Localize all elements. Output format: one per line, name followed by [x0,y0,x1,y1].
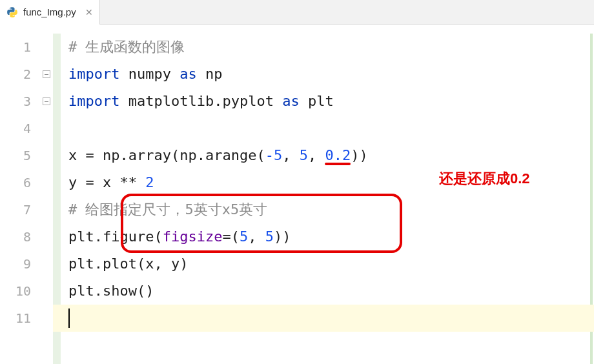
line-number: 2 [0,61,40,88]
line-number: 1 [0,34,40,61]
fold-gutter [40,25,53,364]
line-number: 7 [0,196,40,223]
code-line: y = x ** 2 [53,169,594,196]
line-number: 6 [0,169,40,196]
code-line: plt.figure(figsize=(5, 5)) [53,223,594,250]
file-tab[interactable]: func_Img.py ✕ [0,0,100,24]
highlighted-value: 0.2 [325,147,351,163]
code-line: x = np.array(np.arange(-5, 5, 0.2)) [53,142,594,169]
line-number: 4 [0,115,40,142]
text-caret [68,308,70,328]
code-area[interactable]: # 生成函数的图像 import numpy as np import matp… [53,25,594,364]
code-line [53,115,594,142]
line-number: 3 [0,88,40,115]
close-icon[interactable]: ✕ [85,7,93,17]
code-line: # 给图指定尺寸，5英寸x5英寸 [53,196,594,223]
file-tab-label: func_Img.py [23,6,76,17]
line-number: 8 [0,223,40,250]
line-number-gutter: 1 2 3 4 5 6 7 8 9 10 11 [0,25,40,364]
code-line: import numpy as np [53,61,594,88]
line-number: 5 [0,142,40,169]
tab-bar: func_Img.py ✕ [0,0,594,25]
fold-toggle-icon[interactable] [43,70,50,78]
line-number: 9 [0,250,40,278]
python-file-icon [6,6,18,18]
code-line: # 生成函数的图像 [53,34,594,61]
line-number: 10 [0,278,40,305]
fold-toggle-icon[interactable] [43,97,50,105]
code-line: import matplotlib.pyplot as plt [53,88,594,115]
code-editor[interactable]: 1 2 3 4 5 6 7 8 9 10 11 # 生成函数的图像 import… [0,25,594,364]
line-number: 11 [0,305,40,332]
code-line: plt.plot(x, y) [53,250,594,278]
code-line: plt.show() [53,278,594,305]
code-line [53,305,594,332]
